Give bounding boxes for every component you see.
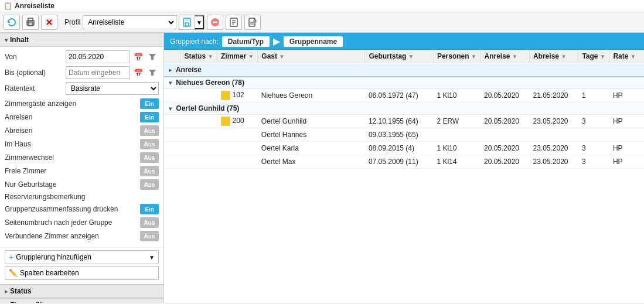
bis-input[interactable] [66,66,130,79]
edit-columns-button[interactable]: ✏️ Spalten bearbeiten [5,266,159,280]
table-row[interactable]: Oertel Max07.05.2009 (11)1 Kl1420.05.202… [164,155,644,169]
toggle-button-3[interactable]: Aus [140,139,159,149]
table-subgroup-row: ▾ Niehues Gereon (78) [164,77,644,89]
bis-filter-icon[interactable] [146,67,158,78]
zimmerfilter-label: Zimmerfilter [10,301,50,303]
row-tage: 3 [578,115,609,128]
row-rate: HP [609,115,644,128]
subgroup-collapse-icon[interactable]: ▾ [169,80,172,86]
toggle-button-2[interactable]: Aus [140,125,159,136]
toggle-label-0: Zimmergäste anzeigen [5,100,76,108]
toggle-button-4[interactable]: Aus [140,152,159,163]
inhalt-section-header[interactable]: ▾ Inhalt [0,33,163,47]
toggle-row-6: Nur GeburtstageAus [5,179,159,190]
groupby-arrow-icon: ▶ [273,36,280,47]
svg-rect-1 [28,18,33,21]
svg-marker-20 [149,70,156,76]
close-button[interactable] [41,15,57,30]
row-geburtstag: 09.03.1955 (65) [365,128,433,142]
profile-label: Profil [64,18,80,26]
toggle-label-10: Verbundene Zimmer anzeigen [5,232,99,240]
table-row[interactable]: 200Oertel Gunhild12.10.1955 (64)2 ERW20.… [164,115,644,128]
toggle-label-9: Seitenumbruch nach jeder Gruppe [5,218,112,227]
status-section-header[interactable]: ▸ Status [0,284,163,298]
row-status [180,155,217,169]
row-abreise: 23.05.2020 [529,115,578,128]
export-button[interactable] [226,15,242,30]
groupby-chip-datum[interactable]: Datum/Typ [222,36,270,47]
von-input[interactable] [66,50,130,63]
save-button[interactable] [179,15,195,29]
toggle-button-0[interactable]: Ein [140,98,159,109]
toggle-label-8: Gruppenzusammenfassung drucken [5,205,118,213]
row-status [180,128,217,142]
row-abreise: 21.05.2020 [529,89,578,103]
row-rate: HP [609,155,644,169]
main-layout: ▾ Inhalt Von 📅 Bis (optional) 📅 [0,33,644,303]
row-abreise [529,128,578,142]
th-gast[interactable]: Gast▼ [258,50,365,63]
toggle-row-2: AbreisenAus [5,125,159,136]
row-personen [433,128,481,142]
group-collapse-icon[interactable]: ▸ [169,67,172,73]
refresh-button[interactable] [4,15,20,30]
ratentext-label: Ratentext [5,84,63,93]
left-panel: ▾ Inhalt Von 📅 Bis (optional) 📅 [0,33,164,303]
toggle-button-10[interactable]: Aus [140,231,159,241]
row-zimmer [217,128,258,142]
toggle-button-1[interactable]: Ein [140,112,159,122]
von-calendar-icon[interactable]: 📅 [132,51,144,63]
von-filter-icon[interactable] [146,51,158,63]
bis-calendar-icon[interactable]: 📅 [132,67,144,78]
room-box-icon [221,91,230,100]
export2-button[interactable] [244,15,261,30]
th-zimmer[interactable]: Zimmer▼ [217,50,258,63]
table-row[interactable]: 102Niehues Gereon06.06.1972 (47)1 Kl1020… [164,89,644,103]
th-status[interactable]: Status▼ [180,50,217,63]
ratentext-select[interactable]: Basisrate [66,82,159,95]
toggle-row-8: Gruppenzusammenfassung druckenEin [5,203,159,215]
subgroup-collapse-icon[interactable]: ▾ [169,105,172,112]
table-row[interactable]: Oertel Karla08.09.2015 (4)1 Kl1020.05.20… [164,142,644,155]
delete-button[interactable] [207,15,223,30]
toggle-label-7: Reservierungsbemerkung [5,193,85,201]
toggle-button-9[interactable]: Aus [140,217,159,228]
toggle-button-6[interactable]: Aus [140,179,159,190]
th-rate[interactable]: Rate▼ [609,50,644,63]
th-personen[interactable]: Personen▼ [433,50,481,63]
groupby-chip-gruppenname[interactable]: Gruppenname [284,36,343,47]
add-grouping-button[interactable]: + Gruppierung hinzufügen ▼ [5,250,159,264]
row-gast: Oertel Hannes [258,128,365,142]
toggle-label-1: Anreisen [5,113,32,121]
print-button[interactable] [22,15,39,30]
table-header-row: Status▼ Zimmer▼ Gast▼ Geburtstag▼ Person… [164,50,644,63]
profile-select[interactable]: Anreiseliste [83,15,176,29]
svg-rect-2 [28,23,33,26]
th-abreise[interactable]: Abreise▼ [529,50,578,63]
table-row[interactable]: Oertel Hannes09.03.1955 (65) [164,128,644,142]
room-box-icon [221,117,230,126]
data-table-wrapper: Status▼ Zimmer▼ Gast▼ Geburtstag▼ Person… [164,50,644,303]
th-geburtstag[interactable]: Geburtstag▼ [365,50,433,63]
toggle-button-8[interactable]: Ein [140,204,159,214]
save-dropdown-button[interactable]: ▼ [195,15,204,29]
row-gast: Oertel Gunhild [258,115,365,128]
row-abreise: 23.05.2020 [529,155,578,169]
title-bar: 📋 Anreiseliste [0,0,644,12]
zimmerfilter-section-header[interactable]: ▸ Zimmerfilter [0,298,163,303]
bis-row: Bis (optional) 📅 [5,66,159,79]
row-indicator [164,128,180,142]
row-indicator [164,142,180,155]
groupby-label: Gruppiert nach: [170,37,219,46]
svg-point-3 [28,22,29,23]
row-geburtstag: 08.09.2015 (4) [365,142,433,155]
svg-rect-9 [185,23,189,26]
th-indicator[interactable] [164,50,180,63]
row-indicator [164,155,180,169]
add-grouping-arrow-icon: ▼ [149,254,155,261]
toggle-button-5[interactable]: Aus [140,166,159,176]
inhalt-label: Inhalt [10,36,29,44]
th-tage[interactable]: Tage▼ [578,50,609,63]
th-anreise[interactable]: Anreise▼ [481,50,529,63]
table-subgroup-row: ▾ Oertel Gunhild (75) [164,103,644,115]
